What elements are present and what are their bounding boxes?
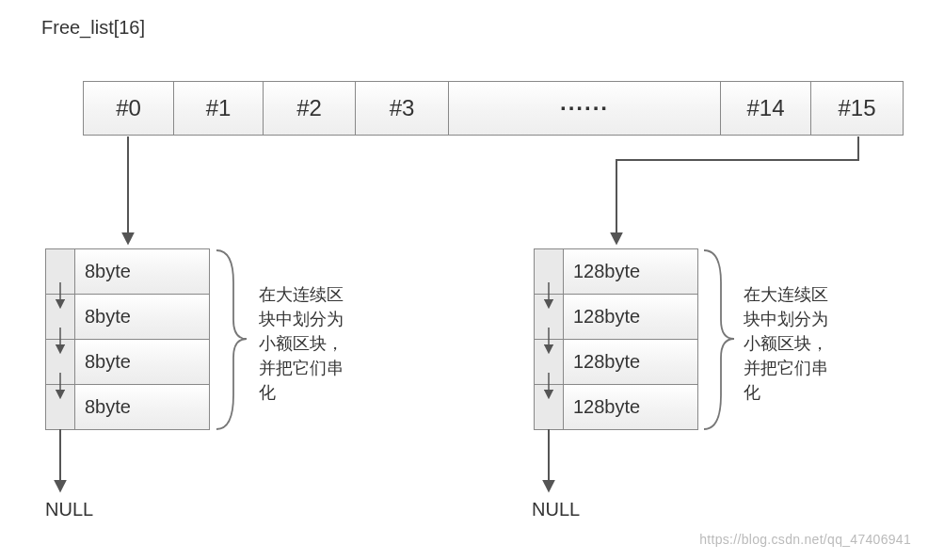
list-item: 8byte bbox=[45, 294, 210, 340]
bucket-3: #3 bbox=[355, 81, 449, 136]
node-label: 8byte bbox=[75, 339, 210, 385]
list-item: 8byte bbox=[45, 384, 210, 430]
watermark: https://blog.csdn.net/qq_47406941 bbox=[699, 532, 911, 547]
list-item: 8byte bbox=[45, 248, 210, 295]
annotation-left: 在大连续区块中划分为小额区块，并把它们串化 bbox=[259, 282, 353, 405]
free-list-array: #0 #1 #2 #3 ······ #14 #15 bbox=[83, 81, 904, 137]
linked-list-8byte: 8byte 8byte 8byte 8byte bbox=[45, 248, 210, 430]
list-item: 128byte bbox=[534, 384, 698, 430]
list-item: 128byte bbox=[534, 248, 698, 295]
node-label: 128byte bbox=[564, 294, 698, 340]
null-label-left: NULL bbox=[45, 499, 93, 520]
arrow-down-icon bbox=[534, 294, 564, 340]
list-item: 128byte bbox=[534, 294, 698, 340]
bucket-ellipsis: ······ bbox=[448, 81, 721, 136]
linked-list-128byte: 128byte 128byte 128byte 128byte bbox=[534, 248, 698, 430]
node-label: 128byte bbox=[564, 248, 698, 295]
arrow-down-icon bbox=[45, 294, 75, 340]
bucket-15: #15 bbox=[810, 81, 904, 136]
annotation-right: 在大连续区块中划分为小额区块，并把它们串化 bbox=[744, 282, 838, 405]
arrow-down-icon bbox=[45, 384, 75, 430]
arrow-down-icon bbox=[45, 248, 75, 295]
bucket-1: #1 bbox=[173, 81, 264, 136]
node-label: 8byte bbox=[75, 384, 210, 430]
bucket-2: #2 bbox=[263, 81, 356, 136]
node-label: 128byte bbox=[564, 384, 698, 430]
list-item: 128byte bbox=[534, 339, 698, 385]
node-label: 8byte bbox=[75, 248, 210, 295]
arrow-down-icon bbox=[534, 248, 564, 295]
arrow-down-icon bbox=[45, 339, 75, 385]
bucket-14: #14 bbox=[720, 81, 811, 136]
null-label-right: NULL bbox=[532, 499, 580, 520]
diagram-title: Free_list[16] bbox=[41, 17, 145, 39]
node-label: 8byte bbox=[75, 294, 210, 340]
arrow-down-icon bbox=[534, 339, 564, 385]
node-label: 128byte bbox=[564, 339, 698, 385]
bucket-0: #0 bbox=[83, 81, 174, 136]
list-item: 8byte bbox=[45, 339, 210, 385]
arrow-down-icon bbox=[534, 384, 564, 430]
